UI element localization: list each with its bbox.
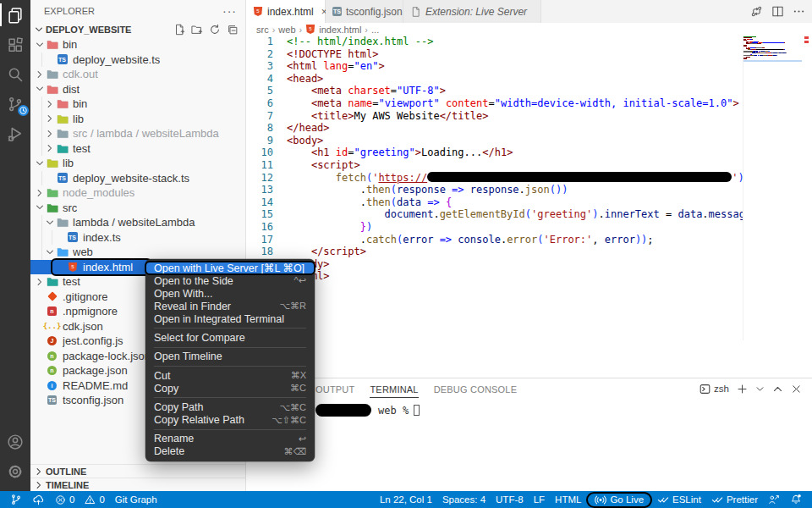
tree-item-dist[interactable]: dist bbox=[30, 82, 245, 97]
menu-item-open-in-integrated-terminal[interactable]: Open in Integrated Terminal bbox=[145, 312, 315, 325]
breadcrumb-item[interactable]: src bbox=[256, 25, 269, 35]
minimap[interactable] bbox=[743, 36, 802, 340]
menu-item-copy-relative-path[interactable]: Copy Relative Path⌥⇧⌘C bbox=[145, 414, 315, 427]
panel-tab-terminal[interactable]: TERMINAL bbox=[370, 380, 418, 398]
activity-item-explorer[interactable] bbox=[0, 0, 30, 30]
panel-tab-debug-console[interactable]: DEBUG CONSOLE bbox=[434, 380, 518, 398]
code-line-5[interactable]: 5 <meta charset="UTF-8"> bbox=[246, 85, 812, 97]
menu-item-open-timeline[interactable]: Open Timeline bbox=[145, 351, 315, 363]
code-line-1[interactable]: 1<!-- html/index.html --> bbox=[246, 36, 812, 48]
status-item-cloud-upload[interactable] bbox=[27, 491, 50, 508]
tree-item-bin[interactable]: bin bbox=[30, 97, 245, 112]
tree-item-deploy-website.ts[interactable]: TSdeploy_website.ts bbox=[30, 52, 245, 68]
code-line-3[interactable]: 3<html lang="en"> bbox=[246, 60, 812, 73]
activity-item-search[interactable] bbox=[0, 59, 30, 89]
menu-item-copy[interactable]: Copy⌘C bbox=[145, 382, 315, 395]
code-line-9[interactable]: 9<body> bbox=[246, 135, 812, 147]
tree-item-node-modules[interactable]: node_modules bbox=[30, 185, 245, 201]
tree-item-bin[interactable]: bin bbox=[30, 37, 245, 52]
menu-item-open-with-live-server[interactable]: Open with Live Server [⌘L ⌘O] bbox=[145, 262, 315, 274]
status-item-0[interactable]: 0 bbox=[80, 491, 109, 508]
code-line-14[interactable]: 14 .then(data => { bbox=[246, 196, 812, 209]
activity-item-accounts[interactable] bbox=[0, 427, 30, 456]
menu-item-open-with[interactable]: Open With... bbox=[145, 287, 315, 300]
terminal-content[interactable]: web % bbox=[315, 404, 420, 417]
status-item-git-branch[interactable] bbox=[5, 491, 27, 508]
activity-item-settings[interactable] bbox=[0, 456, 30, 486]
new-folder-icon[interactable] bbox=[191, 24, 203, 36]
more-icon[interactable] bbox=[793, 5, 805, 18]
tree-item-web[interactable]: web bbox=[30, 245, 245, 260]
split-editor-icon[interactable] bbox=[771, 5, 784, 18]
tree-item-index.ts[interactable]: TSindex.ts bbox=[30, 230, 245, 246]
status-item-bell-dot[interactable] bbox=[785, 491, 807, 508]
breadcrumb[interactable]: src›web›5index.html›... bbox=[246, 23, 812, 36]
shell-selector[interactable]: zsh bbox=[700, 384, 729, 395]
status-item-0[interactable]: 0 bbox=[50, 491, 80, 508]
menu-item-copy-path[interactable]: Copy Path⌥⌘C bbox=[145, 401, 315, 414]
activity-item-source-control[interactable] bbox=[0, 89, 30, 119]
tab-index.html[interactable]: 5index.html× bbox=[246, 0, 326, 23]
status-item-ln-22-col-1[interactable]: Ln 22, Col 1 bbox=[375, 491, 437, 508]
code-line-11[interactable]: 11 <script> bbox=[246, 159, 812, 172]
more-actions-icon[interactable]: ··· bbox=[222, 4, 237, 18]
code-line-4[interactable]: 4<head> bbox=[246, 73, 812, 86]
code-line-2[interactable]: 2<!DOCTYPE html> bbox=[246, 48, 812, 61]
open-changes-icon[interactable] bbox=[750, 5, 763, 18]
tree-item-lib[interactable]: lib bbox=[30, 156, 245, 171]
new-file-icon[interactable] bbox=[173, 24, 185, 36]
chevron-down-icon[interactable] bbox=[755, 384, 765, 394]
menu-item-open-to-the-side[interactable]: Open to the Side^↩ bbox=[145, 274, 315, 287]
code-line-12[interactable]: 12 fetch('https://') bbox=[246, 172, 812, 185]
tree-item-src[interactable]: src bbox=[30, 201, 245, 216]
status-item-eslint[interactable]: ESLint bbox=[652, 491, 706, 508]
sidebar-section-timeline[interactable]: TIMELINE bbox=[30, 478, 245, 491]
status-item-prettier[interactable]: Prettier bbox=[706, 491, 763, 508]
breadcrumb-item[interactable]: ... bbox=[371, 25, 379, 35]
tree-item-deploy-website-stack.ts[interactable]: TSdeploy_website-stack.ts bbox=[30, 171, 245, 186]
code-line-20[interactable]: 20</html> bbox=[246, 270, 812, 283]
tree-item-lambda-websitelambda[interactable]: lambda / websiteLambda bbox=[30, 215, 245, 230]
status-item-spaces-4[interactable]: Spaces: 4 bbox=[437, 491, 491, 508]
code-line-19[interactable]: 19</body> bbox=[246, 258, 812, 271]
code-line-16[interactable]: 16 }) bbox=[246, 221, 812, 234]
code-line-10[interactable]: 10 <h1 id="greeting">Loading...</h1> bbox=[246, 146, 812, 159]
menu-item-cut[interactable]: Cut⌘X bbox=[145, 369, 315, 382]
explorer-section-header[interactable]: DEPLOY_WEBSITE bbox=[30, 22, 245, 37]
tree-item-test[interactable]: test bbox=[30, 141, 245, 157]
status-item-utf-8[interactable]: UTF-8 bbox=[491, 491, 529, 508]
tree-item-cdk.out[interactable]: cdk.out bbox=[30, 67, 245, 82]
collapse-all-icon[interactable] bbox=[227, 24, 239, 36]
menu-item-delete[interactable]: Delete⌘⌫ bbox=[145, 445, 315, 458]
status-item-html[interactable]: HTML bbox=[550, 491, 586, 508]
sidebar-section-outline[interactable]: OUTLINE bbox=[30, 464, 245, 478]
menu-item-reveal-in-finder[interactable]: Reveal in Finder⌥⌘R bbox=[145, 300, 315, 312]
tab-extension-live-server[interactable]: Extension: Live Server bbox=[403, 0, 541, 23]
code-line-15[interactable]: 15 document.getElementById('greeting').i… bbox=[246, 208, 812, 221]
code-line-17[interactable]: 17 .catch(error => console.error('Error:… bbox=[246, 234, 812, 246]
code-line-7[interactable]: 7 <title>My AWS Website</title> bbox=[246, 110, 812, 123]
breadcrumb-item[interactable]: index.html bbox=[319, 25, 361, 35]
breadcrumb-item[interactable]: web bbox=[278, 25, 295, 35]
close-panel-icon[interactable] bbox=[791, 384, 802, 395]
chevron-up-icon[interactable] bbox=[772, 384, 783, 395]
status-item-go-live[interactable]: Go Live bbox=[586, 492, 652, 508]
activity-item-extensions[interactable] bbox=[0, 30, 30, 59]
menu-item-rename[interactable]: Rename↩ bbox=[145, 433, 315, 445]
refresh-icon[interactable] bbox=[209, 24, 221, 36]
activity-item-run-debug[interactable] bbox=[0, 119, 30, 148]
code-editor[interactable]: 1<!-- html/index.html -->2<!DOCTYPE html… bbox=[246, 36, 812, 378]
panel-tab-output[interactable]: OUTPUT bbox=[315, 380, 354, 398]
code-line-8[interactable]: 8</head> bbox=[246, 122, 812, 135]
tree-item-lib[interactable]: lib bbox=[30, 112, 245, 127]
tab-tsconfig.json[interactable]: TStsconfig.json bbox=[326, 0, 403, 23]
menu-item-select-for-compare[interactable]: Select for Compare bbox=[145, 331, 315, 344]
status-item-feedback[interactable] bbox=[763, 491, 785, 508]
new-terminal-icon[interactable] bbox=[737, 384, 748, 395]
code-line-18[interactable]: 18 </script> bbox=[246, 246, 812, 258]
code-line-6[interactable]: 6 <meta name="viewport" content="width=d… bbox=[246, 97, 812, 110]
tree-item-src-lambda-websitelambda[interactable]: src / lambda / websiteLambda bbox=[30, 126, 245, 141]
status-item-lf[interactable]: LF bbox=[529, 491, 550, 508]
status-item-git-graph[interactable]: Git Graph bbox=[110, 491, 162, 508]
code-line-13[interactable]: 13 .then(response => response.json()) bbox=[246, 184, 812, 196]
